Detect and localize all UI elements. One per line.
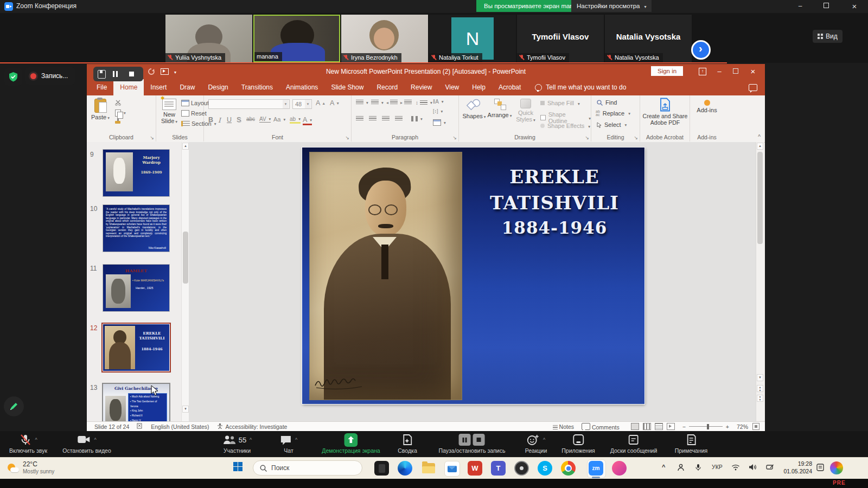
view-settings-button[interactable]: Настройки просмотра — [571, 0, 652, 12]
taskbar-app-w[interactable]: W — [468, 461, 482, 476]
taskbar-app-mail[interactable] — [444, 461, 460, 477]
video-tile[interactable]: Natalia Vysotska Natalia Vysotska — [605, 15, 692, 62]
annotate-pencil-button[interactable] — [4, 396, 24, 416]
font-size-combo[interactable]: 48▾ — [292, 99, 312, 109]
toolbar-notes-button[interactable]: Примечания — [675, 433, 708, 454]
taskbar-app-zoom-active[interactable]: zm — [589, 461, 603, 476]
accessibility-status[interactable]: Accessibility: Investigate — [226, 423, 288, 430]
zoom-maximize-button[interactable] — [814, 0, 839, 12]
tray-language-indicator[interactable]: УКР — [712, 464, 723, 470]
cut-button[interactable] — [115, 100, 122, 106]
align-text-button[interactable]: [↕] — [433, 108, 443, 114]
taskbar-app-skype[interactable]: S — [538, 461, 552, 476]
zoom-percent[interactable]: 72% — [737, 423, 748, 430]
scrollbar-thumb[interactable] — [757, 152, 763, 244]
taskbar-app-explorer[interactable] — [421, 461, 436, 476]
main-slide[interactable]: EREKLE TATISHVILI 1884-1946 — [302, 147, 644, 404]
tab-record[interactable]: Record — [370, 79, 404, 95]
tray-volume-icon[interactable] — [749, 464, 757, 472]
font-name-combo[interactable]: ▾ — [208, 99, 290, 109]
zoom-close-button[interactable] — [842, 0, 867, 12]
language-indicator[interactable]: English (United States) — [151, 423, 209, 430]
spellcheck-icon[interactable] — [137, 423, 143, 430]
format-painter-button[interactable] — [115, 121, 120, 124]
thumbnail-scrollbar[interactable]: ▲ ▼ — [181, 142, 189, 421]
shape-fill-button[interactable]: Shape Fill — [540, 100, 580, 106]
tray-clock[interactable]: 19:28 01.05.2024 — [782, 460, 812, 475]
ppt-close-button[interactable] — [742, 64, 764, 79]
taskbar-app-pink[interactable] — [612, 461, 627, 476]
video-tile[interactable]: Tymofii Vlasov Tymofii Vlasov — [517, 15, 604, 62]
dialog-launcher-icon[interactable] — [585, 134, 589, 140]
thumbnail-slide-10[interactable]: “A careful study of Machabeli's translat… — [103, 205, 169, 252]
tell-me-box[interactable]: Tell me what you want to do — [535, 79, 626, 95]
tray-mic-icon[interactable] — [695, 464, 701, 472]
zoom-recording-controls[interactable] — [93, 67, 143, 81]
collapse-ribbon-icon[interactable]: ^ — [758, 134, 761, 140]
thumbnail-slide-12-selected[interactable]: EREKLETATISHVILI 1884-1946 — [103, 324, 169, 371]
tab-home[interactable]: Home — [113, 79, 144, 95]
zoom-minimize-button[interactable]: – — [788, 0, 813, 12]
toolbar-mute-button[interactable]: ^ Включить звук — [9, 433, 47, 454]
toolbar-share-button[interactable]: Демонстрация экрана — [322, 433, 380, 454]
tab-animations[interactable]: Animations — [279, 79, 324, 95]
video-tile[interactable]: N Nataliya Torkut — [429, 15, 516, 62]
start-button[interactable] — [233, 462, 242, 471]
numbering-button[interactable] — [371, 100, 384, 105]
thumbnail-slide-13[interactable]: Givi Gachechiladze ▪ Much Ado about Noth… — [103, 384, 169, 421]
tray-pen-icon[interactable] — [766, 464, 774, 472]
tray-hidden-icons-chevron[interactable]: ^ — [662, 464, 665, 470]
taskbar-app-chrome[interactable] — [561, 461, 576, 476]
taskbar-app-edge[interactable] — [398, 461, 412, 476]
previous-slide-button[interactable]: ▲▲ — [757, 385, 763, 392]
tab-acrobat[interactable]: Acrobat — [492, 79, 527, 95]
columns-button[interactable] — [411, 116, 423, 121]
scroll-up-arrow[interactable]: ▲ — [182, 143, 189, 150]
toolbar-chat-button[interactable]: ^ Чат — [280, 433, 297, 454]
text-direction-button[interactable]: ‖A — [433, 99, 444, 105]
recording-indicator[interactable]: Запись... — [25, 67, 75, 85]
weather-description[interactable]: Mostly sunny — [23, 468, 54, 474]
toolbar-summary-button[interactable]: Сводка — [398, 433, 417, 454]
next-slide-button[interactable]: ▼▼ — [757, 395, 763, 402]
tab-help[interactable]: Help — [465, 79, 492, 95]
tray-person-icon[interactable] — [677, 464, 685, 472]
scroll-up-arrow[interactable]: ▲ — [757, 143, 763, 150]
slide-scrollbar[interactable]: ▲ ▼ ▲▲ ▼▼ — [756, 142, 764, 421]
grow-font-button[interactable]: A▲ — [316, 99, 326, 107]
scrollbar-thumb[interactable] — [183, 232, 188, 284]
stop-recording-icon[interactable] — [129, 72, 134, 76]
tab-transitions[interactable]: Transitions — [235, 79, 279, 95]
tray-wifi-icon[interactable] — [731, 464, 740, 472]
tab-design[interactable]: Design — [201, 79, 234, 95]
tab-slide-show[interactable]: Slide Show — [324, 79, 370, 95]
replace-button[interactable]: abac Replace — [596, 110, 630, 117]
pause-recording-icon[interactable] — [113, 71, 114, 77]
shrink-font-button[interactable]: A▼ — [330, 99, 340, 107]
find-button[interactable]: Find — [597, 99, 617, 106]
align-right-button[interactable] — [382, 116, 390, 121]
comments-icon[interactable] — [749, 84, 757, 91]
reading-view-button[interactable] — [655, 423, 663, 430]
pause-recording-button[interactable] — [459, 434, 471, 446]
ribbon-display-options[interactable]: ↑ — [699, 68, 706, 75]
dialog-launcher-icon[interactable] — [150, 134, 154, 140]
shape-effects-button[interactable]: Shape Effects — [540, 123, 590, 129]
slideshow-view-button[interactable] — [667, 423, 675, 430]
next-participants-button[interactable] — [691, 40, 711, 60]
font-color-button[interactable]: A — [303, 116, 312, 125]
toolbar-video-button[interactable]: ^ Остановить видео — [62, 433, 111, 454]
zoom-slider[interactable] — [689, 426, 723, 427]
thumbnail-slide-11[interactable]: HAMLET • Kote MARJANISHVILI's Hamlet , 1… — [103, 265, 169, 311]
pause-recording-icon[interactable] — [116, 71, 118, 77]
tab-view[interactable]: View — [438, 79, 465, 95]
quick-styles-button[interactable]: Quick Styles — [513, 99, 538, 123]
dialog-launcher-icon[interactable] — [345, 134, 349, 140]
comments-toggle[interactable]: Comments — [582, 423, 620, 431]
addins-button[interactable]: Add-ins — [693, 100, 720, 113]
taskbar-app-device[interactable] — [374, 461, 389, 476]
chevron-up-icon[interactable]: ^ — [250, 437, 252, 442]
zoom-in-button[interactable]: + — [726, 423, 729, 430]
tab-file[interactable]: File — [90, 79, 113, 95]
weather-icon[interactable] — [8, 463, 20, 474]
